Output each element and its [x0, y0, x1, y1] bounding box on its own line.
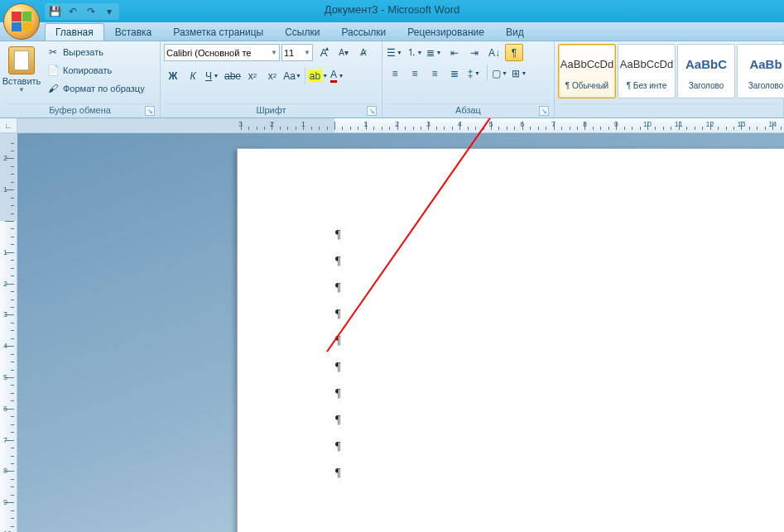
paragraph-group-label: Абзац	[455, 105, 481, 115]
paragraph-mark: ¶	[335, 301, 784, 328]
redo-button[interactable]: ↷	[84, 5, 98, 18]
justify-button[interactable]: ≣	[445, 65, 464, 82]
tab-references[interactable]: Ссылки	[274, 23, 330, 41]
style-preview: AaBbC	[685, 50, 727, 78]
multilevel-button[interactable]: ≣▼	[426, 44, 444, 61]
cut-label: Вырезать	[63, 47, 103, 57]
ribbon: Вставить ▼ ✂Вырезать 📄Копировать 🖌Формат…	[0, 41, 784, 118]
style-name: ¶ Обычный	[565, 78, 608, 93]
vertical-ruler[interactable]: 2112345678910	[0, 133, 17, 532]
bold-button[interactable]: Ж	[164, 67, 182, 84]
styles-gallery[interactable]: AaBbCcDd ¶ Обычный AaBbCcDd ¶ Без инте A…	[558, 44, 784, 98]
underline-button[interactable]: Ч▼	[204, 67, 222, 84]
clipboard-launcher[interactable]: ↘	[145, 106, 155, 116]
font-group-label: Шрифт	[256, 105, 286, 115]
tab-page-layout[interactable]: Разметка страницы	[162, 23, 274, 41]
style-name: Заголово	[748, 78, 784, 93]
subscript-button[interactable]: x2	[243, 67, 262, 84]
scissors-icon: ✂	[46, 46, 60, 59]
copy-button[interactable]: 📄Копировать	[42, 62, 149, 79]
paragraph-mark: ¶	[335, 328, 784, 354]
paragraph-mark: ¶	[335, 460, 784, 486]
style-heading1[interactable]: AaBbC Заголово	[677, 44, 735, 98]
highlight-button[interactable]: ab▼	[309, 67, 327, 84]
numbering-button[interactable]: ⒈▼	[406, 44, 424, 61]
office-button[interactable]	[3, 3, 40, 40]
document-page[interactable]: ¶¶¶¶¶¶¶¶¶¶	[237, 148, 784, 532]
font-launcher[interactable]: ↘	[367, 106, 377, 116]
cut-button[interactable]: ✂Вырезать	[42, 44, 149, 60]
paragraph-mark: ¶	[335, 381, 784, 407]
quick-access-toolbar: 💾 ↶ ↷ ▾	[45, 3, 119, 20]
style-name: Заголово	[689, 78, 724, 93]
paragraph-mark: ¶	[335, 407, 784, 434]
tab-home[interactable]: Главная	[45, 23, 104, 41]
save-button[interactable]: 💾	[48, 5, 61, 18]
style-preview: AaBb	[749, 50, 782, 78]
decrease-indent-button[interactable]: ⇤	[445, 44, 464, 61]
tab-view[interactable]: Вид	[495, 23, 535, 41]
align-left-button[interactable]: ≡	[386, 65, 404, 82]
qat-customize[interactable]: ▾	[103, 5, 116, 18]
style-heading2[interactable]: AaBb Заголово	[737, 44, 784, 98]
office-logo-icon	[12, 12, 31, 31]
show-paragraph-marks-button[interactable]: ¶	[505, 44, 523, 61]
style-preview: AaBbCcDd	[620, 50, 673, 78]
line-spacing-button[interactable]: ‡▼	[465, 65, 483, 82]
strikethrough-button[interactable]: abe	[224, 67, 242, 84]
window-title: Документ3 - Microsoft Word	[325, 3, 460, 16]
copy-label: Копировать	[63, 65, 112, 75]
workspace: ∟ 3211234567891011121314 2112345678910 ¶…	[0, 118, 784, 532]
format-painter-button[interactable]: 🖌Формат по образцу	[42, 80, 149, 97]
horizontal-ruler[interactable]: 3211234567891011121314	[17, 118, 784, 133]
superscript-button[interactable]: x2	[263, 67, 281, 84]
style-normal[interactable]: AaBbCcDd ¶ Обычный	[558, 44, 616, 98]
paragraph-mark: ¶	[335, 222, 784, 248]
change-case-button[interactable]: Aa▼	[283, 67, 301, 84]
font-size-combo[interactable]: 11▼	[281, 44, 313, 61]
paste-label: Вставить	[2, 76, 41, 86]
paragraph-mark: ¶	[335, 354, 784, 381]
paste-button[interactable]: Вставить ▼	[3, 44, 40, 96]
sort-button[interactable]: A↓	[485, 44, 503, 61]
bullets-button[interactable]: ☰▼	[386, 44, 404, 61]
font-name-combo[interactable]: Calibri (Основной те▼	[164, 44, 280, 61]
style-no-spacing[interactable]: AaBbCcDd ¶ Без инте	[618, 44, 676, 98]
font-name-value: Calibri (Основной те	[166, 48, 251, 58]
font-color-button[interactable]: A▼	[329, 67, 347, 84]
borders-button[interactable]: ⊞▼	[511, 65, 529, 82]
shading-button[interactable]: ▢▼	[491, 65, 509, 82]
grow-font-button[interactable]: A▴	[315, 44, 333, 61]
align-center-button[interactable]: ≡	[406, 65, 424, 82]
undo-button[interactable]: ↶	[66, 5, 79, 18]
align-right-button[interactable]: ≡	[426, 65, 444, 82]
increase-indent-button[interactable]: ⇥	[465, 44, 483, 61]
ruler-corner[interactable]: ∟	[0, 118, 17, 133]
paragraph-mark: ¶	[335, 248, 784, 275]
italic-button[interactable]: К	[184, 67, 202, 84]
style-name: ¶ Без инте	[627, 78, 667, 93]
shrink-font-button[interactable]: A▾	[334, 44, 353, 61]
tab-mailings[interactable]: Рассылки	[330, 23, 397, 41]
tab-insert[interactable]: Вставка	[104, 23, 163, 41]
clipboard-group-label: Буфер обмена	[49, 105, 111, 115]
font-size-value: 11	[284, 48, 294, 58]
brush-icon: 🖌	[46, 82, 60, 95]
copy-icon: 📄	[46, 64, 60, 77]
ribbon-tabs: Главная Вставка Разметка страницы Ссылки…	[0, 22, 784, 41]
format-painter-label: Формат по образцу	[63, 84, 145, 93]
paragraph-mark: ¶	[335, 275, 784, 301]
clear-formatting-button[interactable]: A̷	[354, 44, 373, 61]
paste-icon	[8, 46, 35, 74]
style-preview: AaBbCcDd	[560, 50, 613, 78]
paragraph-mark: ¶	[335, 434, 784, 460]
tab-review[interactable]: Рецензирование	[397, 23, 495, 41]
paragraph-launcher[interactable]: ↘	[539, 106, 549, 116]
